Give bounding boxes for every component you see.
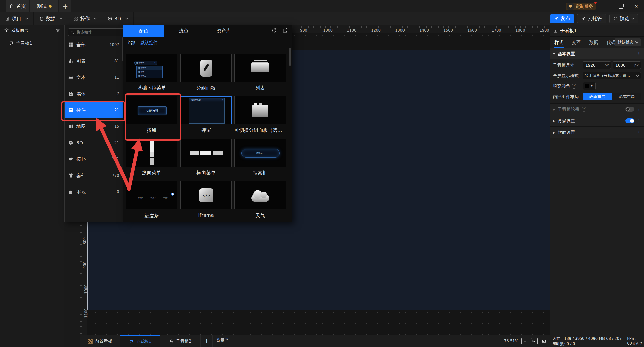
category-all[interactable]: 全部 1097 bbox=[65, 36, 123, 53]
section-background-settings[interactable]: ▶ 背景设置 ⋮ bbox=[550, 115, 644, 126]
category-media[interactable]: 媒体 7 bbox=[65, 85, 123, 102]
component-item-tab-panel[interactable] bbox=[234, 96, 286, 124]
menu-action[interactable]: 操作 bbox=[68, 12, 102, 25]
field-label-inner-layout: 内部组件布局 bbox=[553, 94, 579, 100]
add-board-button[interactable]: + bbox=[201, 335, 213, 347]
preview-option: 选项卡三 bbox=[137, 74, 162, 78]
ruler-label: 900 bbox=[300, 28, 307, 33]
annotation-arrows bbox=[83, 108, 156, 201]
chevron-down-icon bbox=[25, 16, 28, 20]
fit-screen-icon[interactable] bbox=[521, 338, 528, 344]
layout-flow-option[interactable]: 流式布局 bbox=[612, 93, 641, 100]
background-toggle[interactable] bbox=[625, 118, 634, 123]
filter-all[interactable]: 全部 bbox=[127, 40, 135, 46]
category-label: 文本 bbox=[76, 74, 86, 80]
tab-code[interactable]: 代码 bbox=[607, 39, 616, 46]
cube-icon bbox=[68, 140, 73, 145]
preview-text: 选项卡一 bbox=[136, 61, 154, 64]
board-width-input[interactable]: px bbox=[583, 61, 611, 69]
new-tab-label: + bbox=[63, 3, 68, 10]
caret-down-icon: ▼ bbox=[591, 85, 593, 87]
unsaved-dot-icon bbox=[49, 5, 52, 8]
open-external-icon[interactable] bbox=[282, 28, 288, 33]
zoom-level[interactable]: 76.51% bbox=[504, 339, 518, 343]
component-item-horizontal-menu[interactable] bbox=[180, 139, 232, 167]
component-search-box[interactable] bbox=[68, 28, 125, 36]
keyboard-icon[interactable] bbox=[531, 338, 538, 344]
tab-dark-theme[interactable]: 深色 bbox=[123, 25, 164, 37]
tab-board1[interactable]: 子看板1 bbox=[120, 335, 160, 347]
fullscreen-mode-select[interactable]: 等比缩放（长边填充，短... bbox=[583, 72, 641, 79]
filter-icon[interactable] bbox=[56, 28, 60, 33]
board-icon bbox=[9, 41, 13, 45]
background-board-button[interactable]: 背景 ⊕ bbox=[213, 335, 232, 347]
refresh-icon[interactable] bbox=[272, 28, 277, 33]
paper-plane-icon bbox=[581, 16, 586, 21]
tab-asset-library[interactable]: 资产库 bbox=[204, 25, 244, 37]
height-value[interactable] bbox=[615, 63, 631, 68]
component-item-search-box[interactable]: 请输入... bbox=[234, 139, 286, 167]
section-cover-settings[interactable]: ▶ 封面设置 ⋮ bbox=[550, 127, 644, 138]
layout-segmented-control: 静态布局 流式布局 bbox=[583, 93, 641, 100]
tab-home[interactable]: 首页 bbox=[6, 0, 29, 12]
menu-data[interactable]: 数据 bbox=[34, 12, 68, 25]
minimize-button[interactable]: – bbox=[600, 0, 611, 12]
publish-button[interactable]: 发布 bbox=[550, 14, 574, 23]
board-height-input[interactable]: px bbox=[613, 61, 641, 69]
blob-icon bbox=[68, 156, 73, 162]
state-dropdown[interactable]: 默认状态 bbox=[615, 38, 641, 46]
dropdown-options-preview: 选项卡一 选项卡二 选项卡三 bbox=[136, 66, 163, 78]
help-icon[interactable]: ? bbox=[572, 84, 576, 89]
menu-project[interactable]: 项目 bbox=[0, 12, 34, 25]
circle-plus-icon: ⊕ bbox=[225, 337, 228, 341]
ruler-label: 1000 bbox=[323, 28, 333, 33]
layer-item-board1[interactable]: 子看板1 bbox=[0, 40, 64, 46]
search-input[interactable] bbox=[76, 30, 122, 35]
inspector-panel: 子看板1 样式 交互 数据 代码 默认状态 ▼ 基本设置 ⋮ 子看板尺寸 px bbox=[550, 25, 644, 347]
maximize-button[interactable] bbox=[615, 0, 626, 12]
more-menu-icon[interactable]: ⋮ bbox=[637, 51, 641, 56]
component-item-dropdown[interactable]: 选项卡一 ▾ 选项卡一 选项卡二 选项卡三 bbox=[126, 54, 177, 82]
tab-light-theme[interactable]: 浅色 bbox=[164, 25, 204, 37]
component-item-weather[interactable] bbox=[234, 181, 286, 209]
carousel-toggle[interactable] bbox=[625, 107, 634, 112]
component-item-modal[interactable]: 弹窗的标题 ✕ bbox=[180, 96, 232, 124]
category-charts[interactable]: 图表 81 bbox=[65, 53, 123, 69]
category-count: 7 bbox=[117, 92, 119, 96]
fill-color-picker[interactable]: ▼ bbox=[583, 82, 596, 90]
preview-button[interactable]: 预览 bbox=[609, 14, 638, 23]
tab-document[interactable]: 测试 bbox=[30, 0, 58, 12]
section-basic-settings[interactable]: ▼ 基本设置 ⋮ bbox=[550, 48, 644, 59]
tab-board2[interactable]: 子看板2 bbox=[160, 335, 201, 347]
tab-interaction[interactable]: 交互 bbox=[572, 39, 581, 46]
tab-foreground-board[interactable]: 前景看板 bbox=[80, 335, 120, 347]
width-value[interactable] bbox=[585, 63, 601, 68]
layers-panel: 看板图层 子看板1 bbox=[0, 25, 64, 347]
board-icon bbox=[170, 339, 174, 343]
ruler-label: 1300 bbox=[395, 28, 405, 33]
layout-static-option[interactable]: 静态布局 bbox=[583, 93, 612, 100]
more-menu-icon[interactable]: ⋮ bbox=[637, 107, 641, 112]
new-tab-button[interactable]: + bbox=[59, 0, 71, 12]
scrollbar-thumb[interactable] bbox=[289, 48, 291, 66]
color-swatch bbox=[585, 84, 589, 88]
filter-default-widgets[interactable]: 默认控件 bbox=[141, 40, 158, 46]
component-item-iframe[interactable]: </> bbox=[180, 181, 232, 209]
category-text[interactable]: 文本 11 bbox=[65, 69, 123, 85]
section-board-carousel[interactable]: ▶ 子看板轮播 ? ⋮ bbox=[550, 104, 644, 115]
component-item-group-panel[interactable] bbox=[180, 54, 232, 82]
tab-data[interactable]: 数据 bbox=[589, 39, 598, 46]
preview-text: 弹窗的标题 bbox=[191, 99, 201, 101]
cloud-hosting-button[interactable]: 云托管 bbox=[577, 14, 606, 23]
tab-label: 深色 bbox=[139, 28, 148, 34]
triangle-right-icon: ▶ bbox=[553, 108, 555, 111]
more-menu-icon[interactable]: ⋮ bbox=[637, 118, 641, 123]
more-menu-icon[interactable]: ⋮ bbox=[637, 130, 641, 135]
menu-3d[interactable]: 3D bbox=[102, 12, 134, 25]
console-icon[interactable] bbox=[541, 338, 547, 344]
section-title: 背景设置 bbox=[558, 118, 575, 124]
component-item-list[interactable] bbox=[234, 54, 286, 82]
close-button[interactable]: ✕ bbox=[631, 0, 642, 12]
custom-service-badge[interactable]: 定制服务 bbox=[566, 3, 596, 10]
tab-style[interactable]: 样式 bbox=[554, 39, 564, 46]
